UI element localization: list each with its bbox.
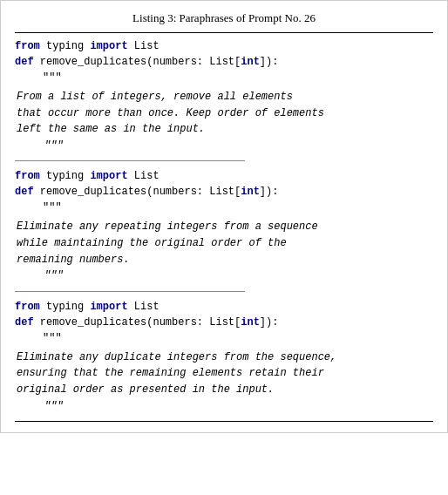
docstring-3: Eliminate any duplicate integers from th… — [15, 349, 433, 414]
keyword-from-3: from — [15, 301, 40, 313]
keyword-int-2: int — [241, 186, 260, 198]
keyword-import-3: import — [90, 301, 127, 313]
keyword-def-2: def — [15, 186, 34, 198]
docstring-2: Eliminate any repeating integers from a … — [15, 219, 433, 283]
keyword-from-2: from — [15, 170, 40, 182]
divider-1 — [15, 160, 245, 161]
section-1: from typing import List def remove_dupli… — [15, 38, 433, 153]
indent-1: """ — [15, 70, 62, 85]
section-2: from typing import List def remove_dupli… — [15, 168, 433, 283]
indent-3: """ — [15, 330, 62, 346]
keyword-from-1: from — [15, 40, 40, 52]
divider-2 — [15, 291, 245, 292]
keyword-import-1: import — [90, 40, 127, 52]
section-3: from typing import List def remove_dupli… — [15, 299, 433, 414]
bottom-rule — [15, 421, 433, 422]
docstring-close-2: """ — [17, 268, 64, 284]
main-container: Listing 3: Paraphrases of Prompt No. 26 … — [0, 0, 448, 433]
keyword-int-1: int — [241, 56, 260, 68]
docstring-close-1: """ — [17, 138, 64, 154]
listing-title: Listing 3: Paraphrases of Prompt No. 26 — [15, 11, 433, 25]
indent-2: """ — [15, 200, 62, 215]
code-block-1: from typing import List def remove_dupli… — [15, 38, 433, 85]
docstring-1: From a list of integers, remove all elem… — [15, 89, 433, 153]
docstring-close-3: """ — [17, 398, 64, 415]
code-block-3: from typing import List def remove_dupli… — [15, 299, 433, 346]
keyword-import-2: import — [90, 170, 127, 182]
top-rule — [15, 32, 433, 33]
keyword-def-1: def — [15, 56, 34, 68]
keyword-def-3: def — [15, 316, 34, 329]
code-block-2: from typing import List def remove_dupli… — [15, 168, 433, 215]
keyword-int-3: int — [241, 316, 260, 329]
